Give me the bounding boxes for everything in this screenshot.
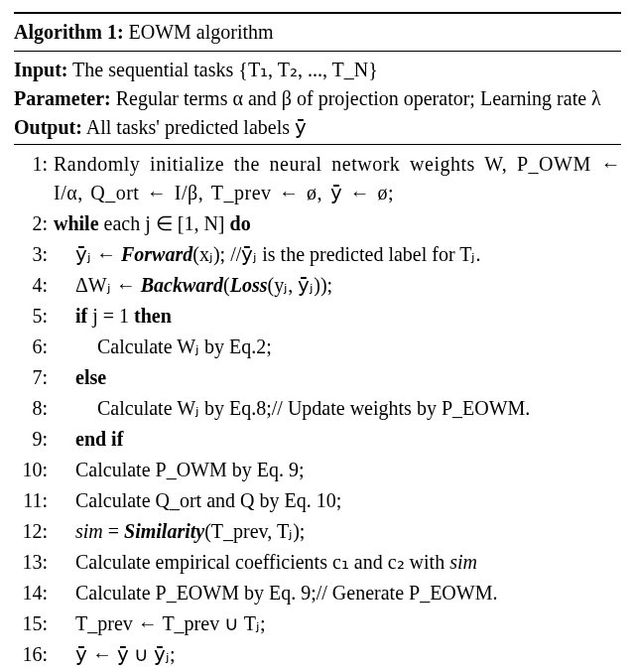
- line-text: Calculate Wⱼ by Eq.8;// Update weights b…: [97, 397, 530, 419]
- algorithm-block: Algorithm 1: EOWM algorithm Input: The s…: [0, 0, 635, 672]
- input-line: Input: The sequential tasks {T₁, T₂, ...…: [14, 56, 621, 84]
- line-number: 7:: [14, 363, 54, 392]
- algo-line: 2:while each j ∈ [1, N] do: [14, 208, 621, 239]
- output-text: All tasks' predicted labels ȳ: [82, 116, 307, 138]
- line-text: Calculate P_EOWM by Eq. 9;// Generate P_…: [75, 582, 497, 604]
- line-body: Calculate Wⱼ by Eq.2;: [54, 333, 621, 361]
- line-number: 15:: [14, 609, 54, 638]
- keyword: end if: [75, 428, 123, 450]
- algorithm-title-line: Algorithm 1: EOWM algorithm: [14, 16, 621, 49]
- italic-var: sim: [75, 520, 103, 542]
- line-number: 4:: [14, 271, 54, 300]
- input-text: The sequential tasks {T₁, T₂, ..., T_N}: [67, 59, 377, 80]
- line-body: Randomly initialize the neural network w…: [54, 150, 621, 207]
- input-label: Input:: [14, 59, 67, 80]
- line-post: (xⱼ); //ȳⱼ is the predicted label for Tⱼ…: [192, 243, 480, 265]
- algo-line: 6:Calculate Wⱼ by Eq.2;: [14, 332, 621, 362]
- rule-top: [14, 12, 621, 14]
- line-body: sim = Similarity(T_prev, Tⱼ);: [54, 517, 621, 546]
- line-text: Randomly initialize the neural network w…: [54, 153, 621, 203]
- algo-line: 1:Randomly initialize the neural network…: [14, 149, 621, 208]
- line-number: 11:: [14, 486, 54, 515]
- algo-line: 5:if j = 1 then: [14, 301, 621, 332]
- output-line: Output: All tasks' predicted labels ȳ: [14, 113, 621, 142]
- algorithm-title-text: EOWM algorithm: [124, 21, 274, 43]
- line-body: else: [54, 363, 621, 392]
- line-post: (: [223, 274, 230, 296]
- line-text: j = 1: [92, 305, 134, 327]
- line-body: Calculate empirical coefficients c₁ and …: [54, 548, 621, 577]
- keyword: if: [75, 305, 92, 327]
- algo-line: 4:ΔWⱼ ← Backward(Loss(yⱼ, ȳⱼ));: [14, 270, 621, 301]
- line-body: Calculate Wⱼ by Eq.8;// Update weights b…: [54, 394, 621, 423]
- keyword: else: [75, 366, 106, 388]
- line-post: (T_prev, Tⱼ);: [204, 520, 305, 542]
- algo-line: 13:Calculate empirical coefficients c₁ a…: [14, 547, 621, 578]
- line-body: ΔWⱼ ← Backward(Loss(yⱼ, ȳⱼ));: [54, 271, 621, 300]
- line-body: Calculate P_EOWM by Eq. 9;// Generate P_…: [54, 579, 621, 607]
- line-number: 5:: [14, 302, 54, 331]
- line-text: ȳⱼ ←: [75, 243, 121, 265]
- line-body: ȳ ← ȳ ∪ ȳⱼ;: [54, 640, 621, 669]
- line-body: while each j ∈ [1, N] do: [54, 209, 621, 238]
- line-body: Calculate P_OWM by Eq. 9;: [54, 456, 621, 484]
- parameter-label: Parameter:: [14, 87, 111, 109]
- line-body: T_prev ← T_prev ∪ Tⱼ;: [54, 609, 621, 638]
- line-text: ΔWⱼ ←: [75, 274, 141, 296]
- algo-line: 3:ȳⱼ ← Forward(xⱼ); //ȳⱼ is the predicte…: [14, 239, 621, 270]
- line-text: each j ∈ [1, N]: [104, 212, 230, 234]
- algo-line: 16:ȳ ← ȳ ∪ ȳⱼ;: [14, 639, 621, 670]
- line-number: 2:: [14, 209, 54, 238]
- keyword: do: [230, 212, 251, 234]
- line-body: end if: [54, 425, 621, 454]
- line-number: 8:: [14, 394, 54, 423]
- algorithm-body: 1:Randomly initialize the neural network…: [14, 149, 621, 672]
- func-name: Backward: [141, 274, 223, 296]
- line-text: ȳ ← ȳ ∪ ȳⱼ;: [75, 643, 176, 665]
- parameter-line: Parameter: Regular terms α and β of proj…: [14, 84, 621, 113]
- line-number: 16:: [14, 640, 54, 669]
- output-label: Output:: [14, 116, 82, 138]
- algo-line: 8:Calculate Wⱼ by Eq.8;// Update weights…: [14, 393, 621, 424]
- line-number: 3:: [14, 240, 54, 269]
- func-name: Loss: [230, 274, 268, 296]
- algo-line: 12:sim = Similarity(T_prev, Tⱼ);: [14, 516, 621, 547]
- line-number: 12:: [14, 517, 54, 546]
- line-text: Calculate P_OWM by Eq. 9;: [75, 459, 305, 480]
- func-name: Similarity: [124, 520, 204, 542]
- italic-var: sim: [449, 551, 477, 573]
- line-body: ȳⱼ ← Forward(xⱼ); //ȳⱼ is the predicted …: [54, 240, 621, 269]
- rule-after-title: [14, 51, 621, 52]
- line-post: (yⱼ, ȳⱼ));: [268, 274, 333, 296]
- line-body: if j = 1 then: [54, 302, 621, 331]
- line-text: =: [103, 520, 124, 542]
- line-number: 14:: [14, 579, 54, 607]
- line-text: Calculate Q_ort and Q by Eq. 10;: [75, 489, 341, 511]
- line-text: Calculate empirical coefficients c₁ and …: [75, 551, 449, 573]
- algorithm-title-label: Algorithm 1:: [14, 21, 124, 43]
- algo-line: 7:else: [14, 362, 621, 393]
- parameter-text: Regular terms α and β of projection oper…: [111, 87, 601, 109]
- algo-line: 11:Calculate Q_ort and Q by Eq. 10;: [14, 485, 621, 516]
- rule-after-header: [14, 144, 621, 145]
- line-text: Calculate Wⱼ by Eq.2;: [97, 336, 272, 357]
- algo-line: 9:end if: [14, 424, 621, 455]
- line-number: 13:: [14, 548, 54, 577]
- line-number: 6:: [14, 333, 54, 361]
- line-body: Calculate Q_ort and Q by Eq. 10;: [54, 486, 621, 515]
- keyword: then: [134, 305, 172, 327]
- line-text: T_prev ← T_prev ∪ Tⱼ;: [75, 612, 266, 634]
- keyword: while: [54, 212, 104, 234]
- algo-line: 15:T_prev ← T_prev ∪ Tⱼ;: [14, 608, 621, 639]
- line-number: 1:: [14, 150, 54, 179]
- algo-line: 10:Calculate P_OWM by Eq. 9;: [14, 455, 621, 485]
- func-name: Forward: [121, 243, 192, 265]
- algo-line: 14:Calculate P_EOWM by Eq. 9;// Generate…: [14, 578, 621, 608]
- line-number: 10:: [14, 456, 54, 484]
- line-number: 9:: [14, 425, 54, 454]
